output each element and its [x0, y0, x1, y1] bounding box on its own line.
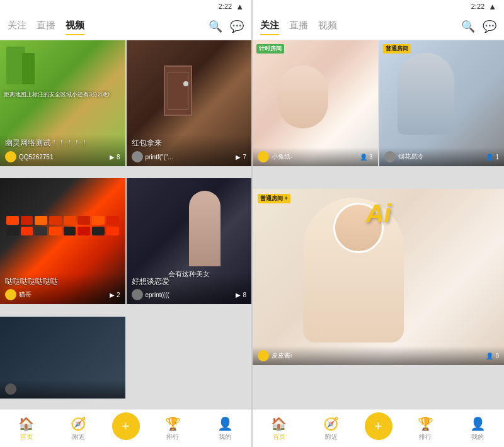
- left-nav-me[interactable]: 👤 我的: [199, 416, 251, 441]
- left-cell-5-author: [5, 383, 19, 395]
- left-message-icon[interactable]: 💬: [230, 20, 244, 33]
- home-icon: 🏠: [18, 416, 34, 431]
- left-cell-4-name: eprint((((: [146, 291, 169, 298]
- left-cell-3[interactable]: 哒哒哒哒哒哒哒 猫哥 ▶ 2: [0, 178, 125, 304]
- right-cell-3-badge-text: 普通房间: [260, 195, 283, 201]
- left-search-icon[interactable]: 🔍: [209, 20, 222, 33]
- left-nav-home[interactable]: 🏠 首页: [0, 416, 52, 441]
- right-cell-3[interactable]: Ai 普通房间 + 皮皮酱i 👤 0: [253, 189, 504, 365]
- home-label: 首页: [20, 433, 33, 441]
- right-nearby-label: 附近: [325, 433, 338, 441]
- right-nearby-icon: 🧭: [323, 416, 339, 431]
- left-cell-3-overlay: 哒哒哒哒哒哒哒 猫哥 ▶ 2: [0, 273, 125, 305]
- left-time: 2:22: [219, 3, 232, 10]
- left-cell-1-title: 幽灵网络测试！！！！！: [5, 139, 120, 149]
- game-safety-text: 距离地图上标注的安全区域小还有3分20秒: [4, 91, 122, 99]
- right-cell-2-avatar: [384, 151, 396, 162]
- left-cell-2-footer: printf("("... ▶ 7: [132, 151, 247, 162]
- girl2-shape: [398, 53, 454, 135]
- right-message-icon[interactable]: 💬: [483, 20, 496, 33]
- play-icon3: ▶: [110, 291, 115, 298]
- left-cell-4-overlay: 好想谈恋爱 eprint(((( ▶ 8: [127, 273, 252, 305]
- left-cell-2-name: printf("("...: [146, 154, 173, 161]
- left-cell-4[interactable]: 会有这种美女 好想谈恋爱 eprint(((( ▶ 8: [127, 178, 252, 304]
- right-cell-3-views: 👤 0: [486, 353, 499, 359]
- right-center-button[interactable]: +: [365, 412, 392, 440]
- left-nav-nearby[interactable]: 🧭 附近: [52, 416, 105, 441]
- left-bottom-nav: 🏠 首页 🧭 附近 + 🏆 排行 👤 我的: [0, 409, 251, 447]
- right-status-bar: 2:22 ▲: [253, 0, 504, 13]
- right-tab-video[interactable]: 视频: [318, 17, 337, 35]
- right-panel: 2:22 ▲ 关注 直播 视频 🔍 💬 计时房间: [253, 0, 504, 447]
- left-tab-live[interactable]: 直播: [37, 17, 55, 35]
- right-rank-label: 排行: [419, 433, 432, 441]
- left-nav-rank[interactable]: 🏆 排行: [147, 416, 199, 441]
- left-cell-1-avatar: [5, 151, 16, 162]
- right-cell-2-author: 烟花易冷: [384, 151, 423, 162]
- right-cell-1-name: 小兔纸-: [272, 152, 292, 161]
- left-cell-4-title: 好想谈恋爱: [132, 277, 247, 287]
- right-tab-follow[interactable]: 关注: [260, 17, 279, 35]
- left-signal-icon: ▲: [236, 2, 244, 11]
- left-cell-2-views: ▶ 7: [236, 154, 246, 161]
- tree-shape2: [22, 53, 35, 84]
- left-cell-4-viewcount: 8: [243, 291, 246, 298]
- right-cell-1-overlay: 小兔纸- 👤 3: [253, 147, 378, 166]
- left-tab-video[interactable]: 视频: [66, 17, 84, 35]
- me-label: 我的: [219, 433, 231, 441]
- left-cell-3-author: 猫哥: [5, 289, 32, 300]
- left-tab-follow[interactable]: 关注: [8, 17, 26, 35]
- right-nav-rank[interactable]: 🏆 排行: [399, 416, 452, 441]
- right-nav-me[interactable]: 👤 我的: [452, 416, 504, 441]
- right-nav-nearby[interactable]: 🧭 附近: [305, 416, 357, 441]
- left-cell-4-footer: eprint(((( ▶ 8: [132, 289, 247, 300]
- drama-figure: [189, 191, 220, 266]
- rank-label: 排行: [166, 433, 179, 441]
- right-header: 关注 直播 视频 🔍 💬: [253, 13, 504, 40]
- left-cell-2-title: 红包拿来: [132, 139, 247, 149]
- right-time: 2:22: [471, 3, 484, 10]
- right-cell-2-views: 👤 1: [486, 154, 499, 161]
- right-home-icon: 🏠: [271, 416, 287, 431]
- right-cell-2-name: 烟花易冷: [398, 152, 423, 161]
- left-panel: 2:22 ▲ 关注 直播 视频 🔍 💬 距离地图上标注的安全区域小还有3分20秒…: [0, 0, 251, 447]
- right-signal-icon: ▲: [488, 2, 496, 11]
- play-icon4: ▶: [236, 291, 241, 298]
- right-bottom-nav: 🏠 首页 🧭 附近 + 🏆 排行 👤 我的: [253, 409, 504, 447]
- right-cell-2[interactable]: 普通房间 烟花易冷 👤 1: [379, 40, 505, 166]
- right-cell-2-viewcount: 1: [495, 154, 499, 161]
- left-cell-1-name: QQ5262751: [19, 154, 54, 161]
- rank-icon: 🏆: [165, 416, 181, 431]
- right-cell-1-avatar: [258, 151, 269, 162]
- right-cell-1-author: 小兔纸-: [258, 151, 292, 162]
- left-cell-1[interactable]: 距离地图上标注的安全区域小还有3分20秒 幽灵网络测试！！！！！ QQ52627…: [0, 40, 125, 166]
- left-cell-5-avatar: [5, 383, 16, 395]
- left-cell-1-overlay: 幽灵网络测试！！！！！ QQ5262751 ▶ 8: [0, 135, 125, 166]
- nearby-label: 附近: [72, 433, 85, 441]
- right-cell-3-name: 皮皮酱i: [272, 351, 292, 360]
- left-cell-2-author: printf("("...: [132, 151, 173, 162]
- left-center-button[interactable]: +: [112, 412, 140, 440]
- people-icon3: 👤: [486, 353, 493, 359]
- right-cell-1[interactable]: 计时房间 小兔纸- 👤 3: [253, 40, 378, 166]
- left-cell-5-footer: [5, 383, 120, 395]
- left-header-icons: 🔍 💬: [209, 20, 244, 33]
- right-cell-3-badge-extra: +: [285, 195, 288, 201]
- left-cell-2[interactable]: 红包拿来 printf("("... ▶ 7: [127, 40, 252, 166]
- right-search-icon[interactable]: 🔍: [461, 20, 475, 33]
- right-cell-2-footer: 烟花易冷 👤 1: [384, 151, 500, 162]
- me-icon: 👤: [217, 416, 233, 431]
- right-cell-1-badge: 计时房间: [256, 44, 284, 54]
- right-cell-1-views: 👤 3: [360, 154, 373, 161]
- right-me-icon: 👤: [470, 416, 486, 431]
- right-cell-3-viewcount: 0: [495, 353, 499, 359]
- left-cell-1-footer: QQ5262751 ▶ 8: [5, 151, 120, 162]
- left-nav-center[interactable]: +: [105, 412, 147, 445]
- right-nav-center[interactable]: +: [357, 412, 399, 445]
- left-cell-3-name: 猫哥: [19, 290, 32, 299]
- left-tab-group: 关注 直播 视频: [8, 17, 209, 35]
- right-tab-live[interactable]: 直播: [289, 17, 308, 35]
- right-nav-home[interactable]: 🏠 首页: [253, 416, 305, 441]
- left-cell-5[interactable]: [0, 317, 125, 399]
- right-cell-3-author: 皮皮酱i: [258, 350, 292, 361]
